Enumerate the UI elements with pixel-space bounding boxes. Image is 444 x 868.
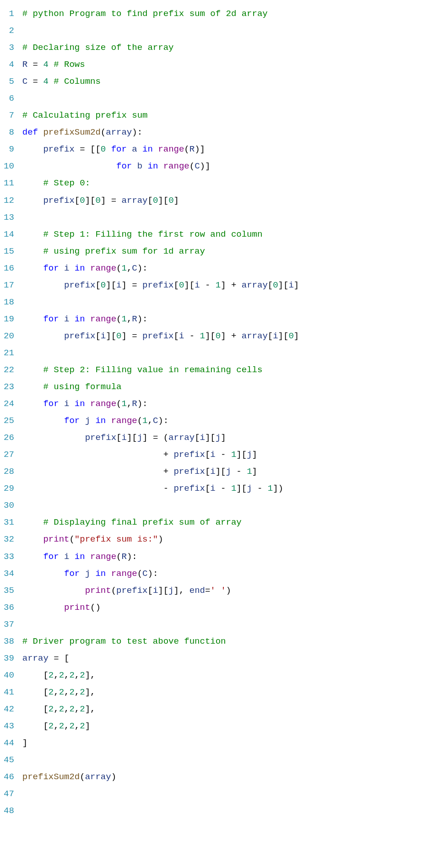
- line-number: 38: [4, 633, 14, 650]
- line-number: 42: [4, 701, 14, 718]
- token-n1: 1: [200, 331, 205, 341]
- token-nv: i: [64, 263, 69, 273]
- token-c: # Rows: [54, 60, 85, 70]
- line-number: 48: [4, 803, 14, 819]
- code-line: [22, 90, 440, 107]
- token-np: range: [90, 314, 116, 324]
- token-p: ]: [252, 450, 257, 460]
- code-line: [22, 22, 440, 39]
- token-p: [69, 552, 74, 562]
- token-p: ][: [236, 483, 247, 494]
- token-p: [69, 263, 74, 273]
- token-n0: 0: [179, 280, 184, 290]
- token-np: range: [90, 552, 116, 562]
- code-line: [22, 786, 440, 803]
- token-p: ][: [127, 433, 137, 443]
- token-p: [22, 365, 43, 375]
- code-line: # Step 0:: [22, 175, 440, 192]
- token-k: for: [43, 314, 59, 324]
- token-p: (: [116, 314, 121, 324]
- token-nv: i: [116, 280, 121, 290]
- token-n1: 2: [80, 721, 85, 731]
- line-number: 43: [4, 718, 14, 735]
- token-nv: C: [153, 416, 158, 426]
- line-number: 24: [4, 396, 14, 412]
- token-n0: 0: [273, 280, 278, 290]
- line-number: 5: [4, 73, 14, 90]
- token-k: in: [95, 569, 106, 579]
- token-fn: prefixSum2d: [43, 127, 100, 137]
- token-p: [: [22, 721, 49, 731]
- token-n1: 1: [216, 280, 221, 290]
- token-p: [59, 314, 64, 324]
- token-k: in: [142, 144, 153, 154]
- token-nv: prefix: [173, 450, 205, 460]
- token-n1: 2: [49, 704, 54, 714]
- token-nv: prefix: [64, 331, 95, 341]
- token-p: [: [22, 687, 49, 697]
- token-p: [90, 416, 95, 426]
- token-nv: i: [288, 280, 293, 290]
- token-n0: 0: [288, 331, 293, 341]
- token-p: [22, 246, 43, 256]
- line-number: 12: [4, 192, 14, 209]
- token-nv: C: [132, 263, 137, 273]
- token-p: ,: [64, 670, 69, 680]
- token-p: ,: [75, 670, 80, 680]
- token-p: ][: [205, 331, 216, 341]
- token-nv: i: [179, 331, 184, 341]
- token-p: ][: [205, 433, 216, 443]
- token-nv: i: [195, 280, 200, 290]
- line-number: 27: [4, 446, 14, 463]
- line-number: 2: [4, 22, 14, 39]
- token-nv: prefix: [116, 586, 147, 596]
- line-number: 11: [4, 175, 14, 192]
- token-p: [153, 144, 158, 154]
- token-p: [: [268, 280, 273, 290]
- token-k: for: [43, 399, 59, 409]
- token-n1: 2: [49, 721, 54, 731]
- code-line: for i in range(1,C):: [22, 260, 440, 277]
- line-number: 44: [4, 735, 14, 752]
- code-line: for i in range(R):: [22, 548, 440, 565]
- token-p: ][: [85, 195, 96, 206]
- code-line: for i in range(1,R):: [22, 311, 440, 328]
- line-number: 4: [4, 56, 14, 73]
- token-n0: 0: [216, 331, 221, 341]
- token-p: ]: [294, 331, 299, 341]
- token-n1: 1: [142, 416, 147, 426]
- token-p: (: [190, 161, 195, 171]
- token-n0: 0: [80, 195, 85, 206]
- token-k: def: [22, 127, 38, 137]
- code-line: # using formula: [22, 379, 440, 396]
- token-nv: prefix: [43, 144, 74, 154]
- token-p: [22, 552, 43, 562]
- token-n1: 2: [69, 687, 74, 697]
- token-n1: 1: [231, 483, 236, 494]
- token-c: # Step 2: Filling value in remaining cel…: [43, 365, 262, 375]
- token-k: in: [95, 416, 106, 426]
- token-nv: b: [137, 161, 142, 171]
- token-nv: array: [22, 653, 49, 663]
- line-number: 36: [4, 599, 14, 616]
- code-line: + prefix[i - 1][j]: [22, 446, 440, 463]
- token-p: ],: [85, 687, 96, 697]
- token-p: [: [116, 433, 121, 443]
- token-c: # using prefix sum for 1d array: [43, 246, 205, 256]
- token-nv: j: [137, 433, 142, 443]
- token-p: [22, 416, 64, 426]
- token-p: (: [111, 586, 116, 596]
- token-n1: 2: [59, 687, 64, 697]
- token-nv: i: [210, 467, 215, 477]
- token-p: [158, 161, 163, 171]
- token-n0: 0: [101, 144, 106, 154]
- line-number: 6: [4, 90, 14, 107]
- token-p: [22, 229, 43, 239]
- code-line: [22, 209, 440, 226]
- token-n1: 2: [59, 704, 64, 714]
- code-line: + prefix[i][j - 1]: [22, 463, 440, 480]
- token-p: ,: [75, 721, 80, 731]
- token-np: print: [85, 586, 111, 596]
- code-line: prefix[0][i] = prefix[0][i - 1] + array[…: [22, 277, 440, 294]
- code-line: C = 4 # Columns: [22, 73, 440, 90]
